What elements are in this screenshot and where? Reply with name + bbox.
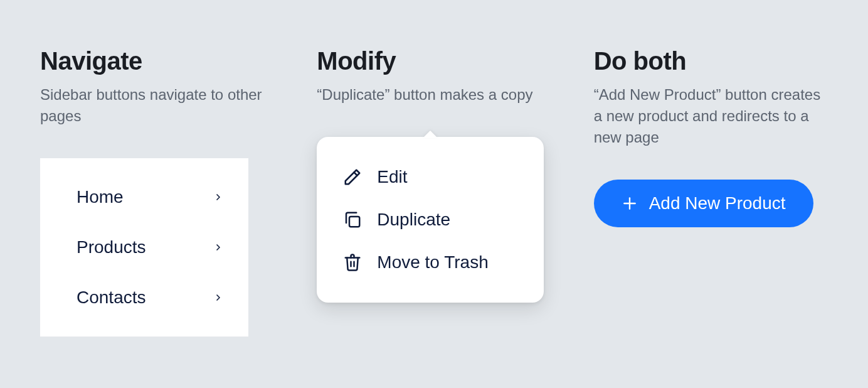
copy-icon [343,210,362,229]
chevron-right-icon [213,242,223,252]
chevron-right-icon [213,192,223,202]
modify-column: Modify “Duplicate” button makes a copy E… [317,47,551,388]
menu-item-edit[interactable]: Edit [317,156,544,198]
sidebar-item-label: Home [77,187,124,207]
menu-item-label: Move to Trash [377,252,488,272]
sidebar-item-label: Products [77,237,146,257]
trash-icon [343,253,362,272]
add-button-label: Add New Product [649,193,786,213]
sidebar-item-label: Contacts [77,288,146,308]
sidebar-item-home[interactable]: Home [40,172,248,222]
doboth-column: Do both “Add New Product” button creates… [594,47,828,388]
action-popover: Edit Duplicate Move to Tras [317,137,544,303]
modify-description: “Duplicate” button makes a copy [317,84,551,105]
chevron-right-icon [213,293,223,303]
add-new-product-button[interactable]: Add New Product [594,180,813,227]
doboth-title: Do both [594,47,828,75]
modify-title: Modify [317,47,551,75]
plus-icon [622,195,638,212]
navigate-column: Navigate Sidebar buttons navigate to oth… [40,47,274,388]
navigate-description: Sidebar buttons navigate to other pages [40,84,274,127]
menu-item-move-to-trash[interactable]: Move to Trash [317,241,544,284]
pencil-icon [343,168,362,186]
sidebar-item-contacts[interactable]: Contacts [40,272,248,323]
menu-item-label: Edit [377,167,407,187]
menu-item-duplicate[interactable]: Duplicate [317,198,544,241]
svg-rect-0 [349,217,359,227]
sidebar-nav: Home Products Contacts [40,158,248,337]
menu-item-label: Duplicate [377,210,450,230]
sidebar-item-products[interactable]: Products [40,222,248,272]
navigate-title: Navigate [40,47,274,75]
doboth-description: “Add New Product” button creates a new p… [594,84,828,148]
